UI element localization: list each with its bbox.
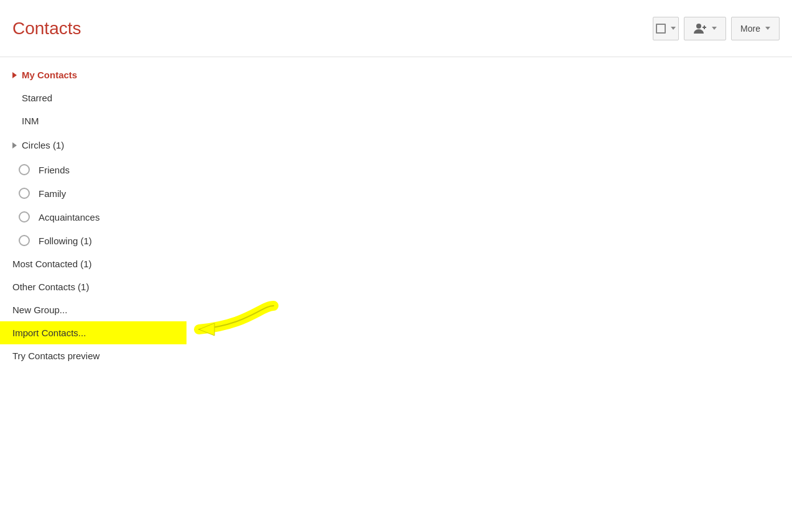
- sidebar-item-import-contacts[interactable]: Import Contacts...: [0, 321, 186, 344]
- sidebar-item-starred[interactable]: Starred: [0, 86, 186, 109]
- sidebar-item-friends[interactable]: Friends: [0, 158, 186, 181]
- sidebar-item-new-group[interactable]: New Group...: [0, 298, 186, 321]
- starred-label: Starred: [22, 93, 52, 103]
- circles-label: Circles (1): [22, 140, 64, 150]
- new-group-label: New Group...: [12, 305, 67, 315]
- app-title: Contacts: [12, 19, 81, 39]
- following-label: Following (1): [39, 236, 92, 246]
- circle-radio-icon: [19, 188, 30, 199]
- sidebar-item-following[interactable]: Following (1): [0, 229, 186, 252]
- circle-radio-icon: [19, 211, 30, 222]
- app-header: Contacts Mor: [0, 0, 792, 57]
- import-contacts-row: Import Contacts...: [0, 321, 186, 344]
- circles-header[interactable]: Circles (1): [0, 132, 186, 158]
- select-button[interactable]: [653, 17, 679, 40]
- circle-radio-icon: [19, 235, 30, 246]
- family-label: Family: [39, 188, 66, 199]
- sidebar-item-try-preview[interactable]: Try Contacts preview: [0, 344, 186, 367]
- my-contacts-triangle-icon: [12, 72, 17, 78]
- svg-marker-4: [199, 323, 214, 336]
- most-contacted-label: Most Contacted (1): [12, 259, 92, 269]
- header-actions: More: [648, 17, 780, 40]
- circle-radio-icon: [19, 164, 30, 175]
- chevron-down-icon: [671, 27, 676, 30]
- sidebar-item-inm[interactable]: INM: [0, 109, 186, 132]
- sidebar-item-other-contacts[interactable]: Other Contacts (1): [0, 275, 186, 298]
- try-preview-label: Try Contacts preview: [12, 351, 99, 361]
- my-contacts-label: My Contacts: [22, 70, 77, 80]
- circles-triangle-icon: [12, 142, 17, 149]
- other-contacts-label: Other Contacts (1): [12, 282, 89, 292]
- inm-label: INM: [22, 116, 39, 126]
- svg-point-0: [696, 24, 701, 29]
- sidebar-item-most-contacted[interactable]: Most Contacted (1): [0, 252, 186, 275]
- more-label: More: [740, 24, 760, 34]
- sidebar-item-family[interactable]: Family: [0, 181, 186, 205]
- checkbox-icon: [656, 24, 666, 34]
- add-contact-button[interactable]: [684, 17, 726, 40]
- more-chevron-icon: [765, 27, 770, 30]
- import-contacts-label: Import Contacts...: [12, 328, 86, 338]
- more-button[interactable]: More: [731, 17, 780, 40]
- add-person-icon: [693, 23, 707, 34]
- acquaintances-label: Acquaintances: [39, 212, 99, 222]
- sidebar: My Contacts Starred INM Circles (1) Frie…: [0, 57, 186, 374]
- sidebar-item-acquaintances[interactable]: Acquaintances: [0, 205, 186, 229]
- friends-label: Friends: [39, 165, 70, 175]
- my-contacts-header[interactable]: My Contacts: [0, 63, 186, 86]
- chevron-down-add-icon: [712, 27, 717, 30]
